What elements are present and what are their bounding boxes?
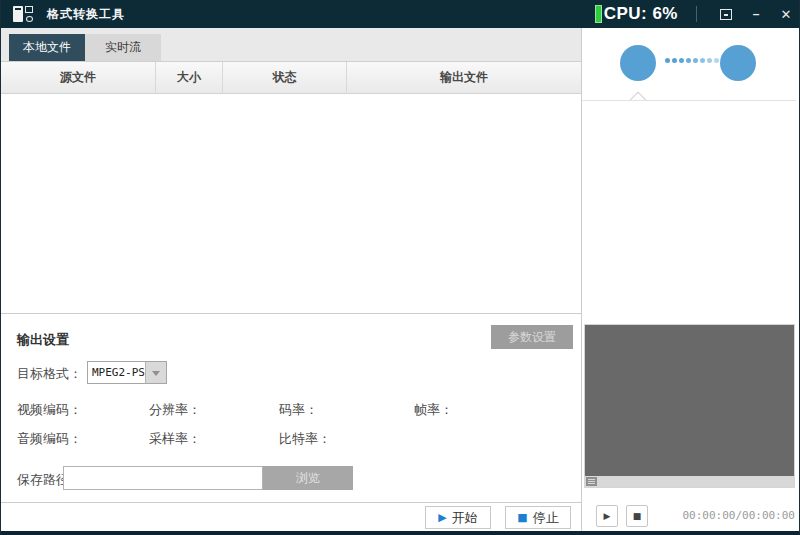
close-button[interactable]: ✕ [771, 0, 800, 28]
output-settings-title: 输出设置 [17, 331, 69, 349]
cpu-usage-bar-icon [595, 5, 602, 23]
minimize-button[interactable]: – [741, 0, 771, 28]
target-format-select[interactable]: MPEG2-PS [87, 361, 167, 384]
parameter-settings-button[interactable]: 参数设置 [491, 325, 573, 349]
save-path-input[interactable] [63, 466, 263, 490]
column-output-file[interactable]: 输出文件 [347, 62, 581, 94]
play-icon: ▶ [438, 511, 446, 524]
start-button-label: 开始 [452, 509, 478, 527]
video-codec-label: 视频编码： [17, 401, 82, 419]
cpu-usage-text: CPU: 6% [604, 4, 678, 24]
browse-button[interactable]: 浏览 [263, 466, 353, 490]
stop-button[interactable]: ■ 停止 [505, 506, 571, 529]
video-preview [584, 324, 795, 488]
stop-icon: ■ [517, 511, 527, 524]
minimize-icon: – [753, 7, 760, 21]
preview-panel: ▶ ■ 00:00:00/00:00:00 [581, 28, 800, 532]
time-display: 00:00:00/00:00:00 [682, 509, 795, 522]
target-format-value: MPEG2-PS [88, 362, 145, 383]
framerate-label: 帧率： [414, 401, 453, 419]
tab-local-files[interactable]: 本地文件 [9, 34, 85, 61]
preview-play-button[interactable]: ▶ [596, 505, 618, 527]
samplerate-label: 采样率： [149, 430, 201, 448]
app-window: 格式转换工具 CPU: 6% – ✕ 本地文件 实时流 + ↑ ↓ [0, 0, 800, 535]
window-bottom-border [1, 531, 800, 535]
video-screen [585, 325, 794, 476]
bitrate-label: 码率： [279, 401, 318, 419]
bubble-divider [582, 100, 796, 101]
target-format-label: 目标格式： [17, 365, 82, 383]
output-settings-panel: 输出设置 参数设置 目标格式： MPEG2-PS 视频编码： 分辨率： 码率： … [1, 315, 581, 503]
titlebar-separator [696, 6, 697, 22]
audio-bitrate-label: 比特率： [279, 430, 331, 448]
file-list[interactable] [1, 94, 581, 314]
file-table-header: 源文件 大小 状态 输出文件 [1, 62, 581, 94]
app-icon [13, 5, 35, 23]
window-title: 格式转换工具 [47, 6, 125, 23]
stop-icon: ■ [633, 511, 642, 521]
tab-live-stream[interactable]: 实时流 [85, 34, 161, 61]
source-node-icon [620, 45, 656, 81]
resolution-label: 分辨率： [149, 401, 201, 419]
audio-codec-label: 音频编码： [17, 430, 82, 448]
close-icon: ✕ [781, 7, 792, 22]
column-source-file[interactable]: 源文件 [1, 62, 156, 94]
play-icon: ▶ [604, 511, 611, 521]
restore-button[interactable] [711, 0, 741, 28]
titlebar: 格式转换工具 CPU: 6% – ✕ [1, 0, 800, 28]
start-button[interactable]: ▶ 开始 [425, 506, 491, 529]
video-control-strip [585, 476, 794, 487]
menu-grip-icon[interactable] [586, 477, 597, 486]
restore-icon [720, 9, 732, 20]
target-node-icon [720, 45, 756, 81]
stop-button-label: 停止 [533, 509, 559, 527]
preview-stop-button[interactable]: ■ [626, 505, 648, 527]
tab-strip: 本地文件 实时流 + ↑ ↓ ✎ ✕ [1, 28, 581, 62]
column-status[interactable]: 状态 [223, 62, 347, 94]
column-size[interactable]: 大小 [156, 62, 223, 94]
chevron-down-icon[interactable] [145, 362, 166, 383]
cpu-meter: CPU: 6% [595, 4, 678, 24]
